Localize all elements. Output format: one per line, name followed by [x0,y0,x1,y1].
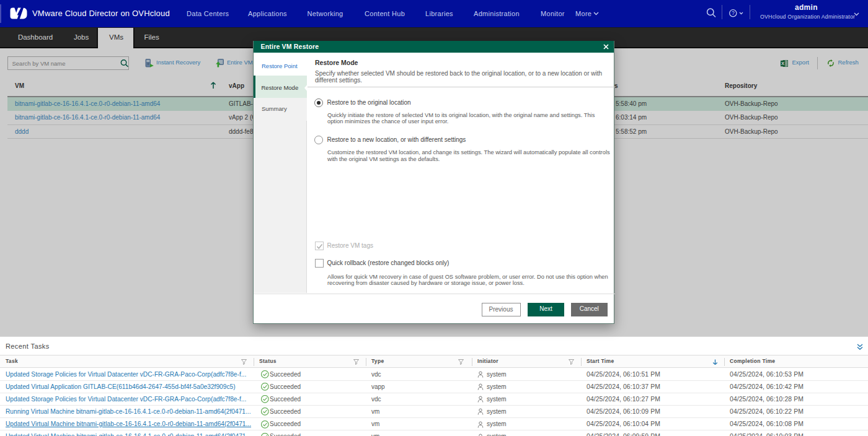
svg-text:?: ? [732,10,735,16]
